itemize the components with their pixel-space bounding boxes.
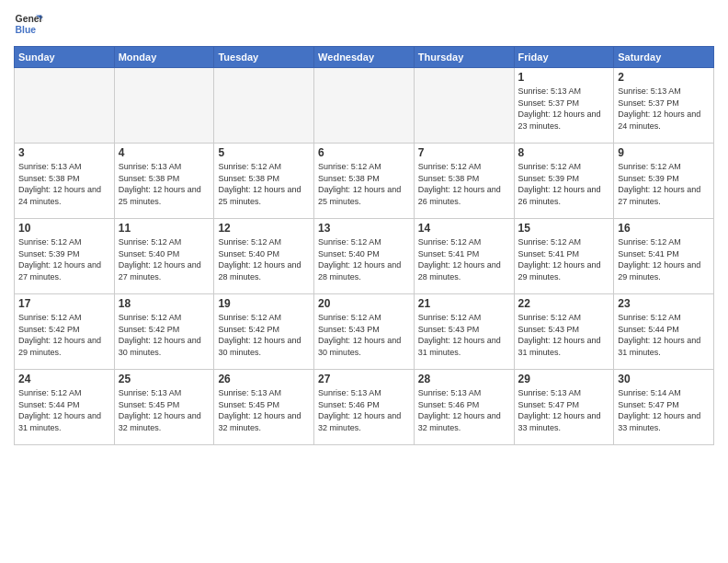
calendar-cell (314, 68, 415, 144)
calendar-cell: 30Sunrise: 5:14 AM Sunset: 5:47 PM Dayli… (614, 370, 714, 445)
calendar-cell (214, 68, 314, 144)
calendar-cell: 23Sunrise: 5:12 AM Sunset: 5:44 PM Dayli… (614, 294, 714, 370)
calendar-cell: 22Sunrise: 5:12 AM Sunset: 5:43 PM Dayli… (514, 294, 614, 370)
day-number: 12 (218, 222, 310, 235)
calendar-cell: 18Sunrise: 5:12 AM Sunset: 5:42 PM Dayli… (114, 294, 214, 370)
calendar-cell: 1Sunrise: 5:13 AM Sunset: 5:37 PM Daylig… (514, 68, 614, 144)
day-info: Sunrise: 5:12 AM Sunset: 5:40 PM Dayligh… (218, 236, 310, 282)
calendar-cell: 26Sunrise: 5:13 AM Sunset: 5:45 PM Dayli… (214, 370, 314, 445)
day-info: Sunrise: 5:13 AM Sunset: 5:38 PM Dayligh… (119, 161, 210, 207)
day-number: 10 (18, 222, 110, 235)
calendar-cell: 29Sunrise: 5:13 AM Sunset: 5:47 PM Dayli… (514, 370, 614, 445)
day-number: 28 (418, 373, 510, 385)
day-info: Sunrise: 5:12 AM Sunset: 5:42 PM Dayligh… (119, 312, 210, 358)
day-number: 23 (618, 297, 710, 310)
day-info: Sunrise: 5:12 AM Sunset: 5:43 PM Dayligh… (518, 312, 610, 358)
day-info: Sunrise: 5:12 AM Sunset: 5:39 PM Dayligh… (618, 161, 710, 207)
day-number: 18 (119, 297, 210, 310)
calendar-cell: 28Sunrise: 5:13 AM Sunset: 5:46 PM Dayli… (414, 370, 514, 445)
day-number: 26 (218, 373, 310, 385)
day-info: Sunrise: 5:12 AM Sunset: 5:40 PM Dayligh… (119, 236, 210, 282)
day-info: Sunrise: 5:13 AM Sunset: 5:37 PM Dayligh… (618, 86, 710, 132)
day-info: Sunrise: 5:13 AM Sunset: 5:46 PM Dayligh… (418, 387, 510, 433)
day-number: 15 (518, 222, 610, 235)
day-info: Sunrise: 5:12 AM Sunset: 5:41 PM Dayligh… (418, 236, 510, 282)
calendar-cell (15, 68, 115, 144)
calendar-cell: 27Sunrise: 5:13 AM Sunset: 5:46 PM Dayli… (314, 370, 415, 445)
calendar-cell (414, 68, 514, 144)
header: General Blue (14, 9, 714, 39)
calendar-cell: 24Sunrise: 5:12 AM Sunset: 5:44 PM Dayli… (15, 370, 115, 445)
calendar-cell: 20Sunrise: 5:12 AM Sunset: 5:43 PM Dayli… (314, 294, 415, 370)
day-number: 29 (518, 373, 610, 385)
day-number: 9 (618, 146, 710, 159)
day-info: Sunrise: 5:12 AM Sunset: 5:42 PM Dayligh… (18, 312, 110, 358)
day-number: 2 (618, 71, 710, 84)
weekday-header-tuesday: Tuesday (214, 47, 314, 68)
day-number: 7 (418, 146, 510, 159)
day-number: 25 (119, 373, 210, 385)
day-number: 16 (618, 222, 710, 235)
calendar-cell: 13Sunrise: 5:12 AM Sunset: 5:40 PM Dayli… (314, 219, 415, 294)
day-info: Sunrise: 5:12 AM Sunset: 5:38 PM Dayligh… (218, 161, 310, 207)
calendar-cell: 15Sunrise: 5:12 AM Sunset: 5:41 PM Dayli… (514, 219, 614, 294)
day-info: Sunrise: 5:12 AM Sunset: 5:38 PM Dayligh… (318, 161, 410, 207)
weekday-header-saturday: Saturday (614, 47, 714, 68)
day-info: Sunrise: 5:13 AM Sunset: 5:45 PM Dayligh… (218, 387, 310, 433)
day-number: 8 (518, 146, 610, 159)
weekday-header-wednesday: Wednesday (314, 47, 415, 68)
calendar-cell: 3Sunrise: 5:13 AM Sunset: 5:38 PM Daylig… (15, 144, 115, 219)
day-info: Sunrise: 5:12 AM Sunset: 5:44 PM Dayligh… (618, 312, 710, 358)
day-number: 22 (518, 297, 610, 310)
day-info: Sunrise: 5:12 AM Sunset: 5:40 PM Dayligh… (318, 236, 410, 282)
week-row-1: 1Sunrise: 5:13 AM Sunset: 5:37 PM Daylig… (15, 68, 714, 144)
weekday-header-thursday: Thursday (414, 47, 514, 68)
calendar-cell: 25Sunrise: 5:13 AM Sunset: 5:45 PM Dayli… (114, 370, 214, 445)
day-info: Sunrise: 5:12 AM Sunset: 5:39 PM Dayligh… (518, 161, 610, 207)
day-number: 17 (18, 297, 110, 310)
weekday-header-row: SundayMondayTuesdayWednesdayThursdayFrid… (15, 47, 714, 68)
week-row-3: 10Sunrise: 5:12 AM Sunset: 5:39 PM Dayli… (15, 219, 714, 294)
day-info: Sunrise: 5:12 AM Sunset: 5:41 PM Dayligh… (518, 236, 610, 282)
day-info: Sunrise: 5:14 AM Sunset: 5:47 PM Dayligh… (618, 387, 710, 433)
day-info: Sunrise: 5:13 AM Sunset: 5:37 PM Dayligh… (518, 86, 610, 132)
day-info: Sunrise: 5:13 AM Sunset: 5:45 PM Dayligh… (119, 387, 210, 433)
day-number: 20 (318, 297, 410, 310)
week-row-2: 3Sunrise: 5:13 AM Sunset: 5:38 PM Daylig… (15, 144, 714, 219)
day-number: 19 (218, 297, 310, 310)
calendar-cell: 4Sunrise: 5:13 AM Sunset: 5:38 PM Daylig… (114, 144, 214, 219)
day-number: 14 (418, 222, 510, 235)
calendar-cell: 9Sunrise: 5:12 AM Sunset: 5:39 PM Daylig… (614, 144, 714, 219)
calendar-cell: 8Sunrise: 5:12 AM Sunset: 5:39 PM Daylig… (514, 144, 614, 219)
day-info: Sunrise: 5:12 AM Sunset: 5:42 PM Dayligh… (218, 312, 310, 358)
calendar-cell: 10Sunrise: 5:12 AM Sunset: 5:39 PM Dayli… (15, 219, 115, 294)
week-row-5: 24Sunrise: 5:12 AM Sunset: 5:44 PM Dayli… (15, 370, 714, 445)
calendar-cell: 12Sunrise: 5:12 AM Sunset: 5:40 PM Dayli… (214, 219, 314, 294)
day-number: 27 (318, 373, 410, 385)
day-number: 24 (18, 373, 110, 385)
calendar-cell: 2Sunrise: 5:13 AM Sunset: 5:37 PM Daylig… (614, 68, 714, 144)
day-number: 6 (318, 146, 410, 159)
calendar-cell: 14Sunrise: 5:12 AM Sunset: 5:41 PM Dayli… (414, 219, 514, 294)
calendar-cell: 19Sunrise: 5:12 AM Sunset: 5:42 PM Dayli… (214, 294, 314, 370)
calendar-cell: 16Sunrise: 5:12 AM Sunset: 5:41 PM Dayli… (614, 219, 714, 294)
day-number: 5 (218, 146, 310, 159)
calendar-cell: 11Sunrise: 5:12 AM Sunset: 5:40 PM Dayli… (114, 219, 214, 294)
day-info: Sunrise: 5:12 AM Sunset: 5:44 PM Dayligh… (18, 387, 110, 433)
weekday-header-sunday: Sunday (15, 47, 115, 68)
calendar: SundayMondayTuesdayWednesdayThursdayFrid… (14, 46, 714, 445)
day-info: Sunrise: 5:12 AM Sunset: 5:39 PM Dayligh… (18, 236, 110, 282)
day-number: 3 (18, 146, 110, 159)
day-number: 1 (518, 71, 610, 84)
day-number: 11 (119, 222, 210, 235)
day-info: Sunrise: 5:12 AM Sunset: 5:43 PM Dayligh… (318, 312, 410, 358)
day-info: Sunrise: 5:12 AM Sunset: 5:41 PM Dayligh… (618, 236, 710, 282)
day-number: 30 (618, 373, 710, 385)
day-info: Sunrise: 5:12 AM Sunset: 5:43 PM Dayligh… (418, 312, 510, 358)
day-number: 4 (119, 146, 210, 159)
day-number: 21 (418, 297, 510, 310)
day-info: Sunrise: 5:13 AM Sunset: 5:46 PM Dayligh… (318, 387, 410, 433)
week-row-4: 17Sunrise: 5:12 AM Sunset: 5:42 PM Dayli… (15, 294, 714, 370)
day-number: 13 (318, 222, 410, 235)
weekday-header-monday: Monday (114, 47, 214, 68)
